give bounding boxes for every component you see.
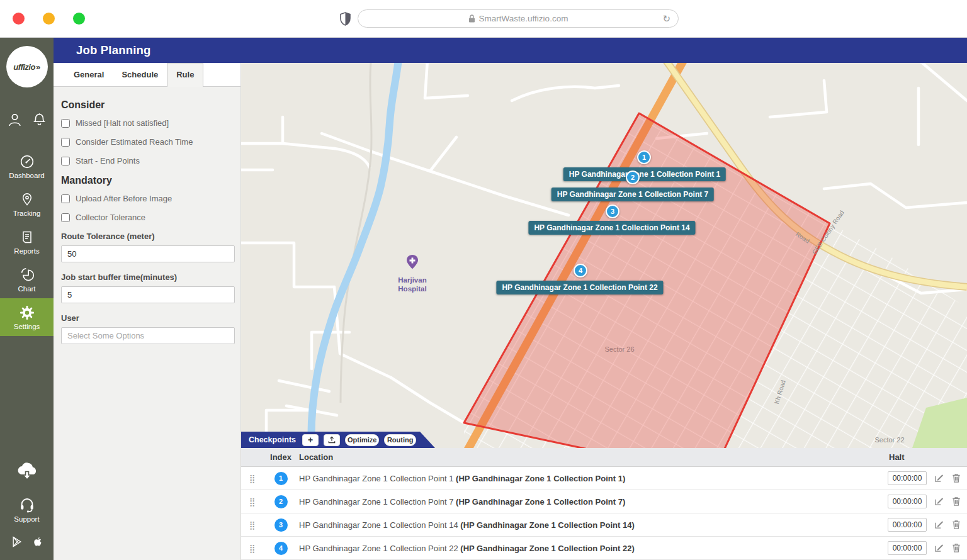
tab-general[interactable]: General xyxy=(65,64,113,86)
header-halt: Halt xyxy=(873,452,967,462)
sidebar-item-dashboard[interactable]: Dashboard xyxy=(0,147,54,185)
map-marker-label-1: HP Gandhinagar Zone 1 Collection Point 1 xyxy=(563,167,726,181)
drag-handle-icon[interactable]: ⣿ xyxy=(241,474,263,483)
estimated-reach-time-checkbox[interactable] xyxy=(61,138,70,147)
notification-bell-icon[interactable] xyxy=(31,111,47,128)
table-row: ⣿ 2 HP Gandhinagar Zone 1 Collection Poi… xyxy=(241,490,967,513)
job-buffer-input[interactable] xyxy=(61,286,235,303)
map-marker-label-2: HP Gandhinagar Zone 1 Collection Point 7 xyxy=(551,188,714,201)
upload-icon xyxy=(328,436,336,444)
map-basemap xyxy=(241,63,967,448)
route-tolerance-input[interactable] xyxy=(61,245,235,262)
map-marker-label-3: HP Gandhinagar Zone 1 Collection Point 1… xyxy=(528,221,695,235)
map-marker-label-4: HP Gandhinagar Zone 1 Collection Point 2… xyxy=(496,281,663,294)
delete-icon[interactable] xyxy=(952,473,962,483)
map[interactable]: Road GEB Colony Road Kh Road Sector 26 S… xyxy=(241,63,967,448)
checkpoints-title: Checkpoints xyxy=(249,435,296,444)
user-account-icon[interactable] xyxy=(6,111,23,128)
job-planning-panel: General Schedule Rule Consider Missed [H… xyxy=(54,63,241,560)
sidebar-item-tracking[interactable]: Tracking xyxy=(0,185,54,223)
drag-handle-icon[interactable]: ⣿ xyxy=(241,497,263,507)
page-title: Job Planning xyxy=(76,43,151,57)
option-missed-halt: Missed [Halt not satisfied] xyxy=(61,118,233,128)
start-end-points-checkbox[interactable] xyxy=(61,157,70,165)
cloud-download-icon[interactable] xyxy=(14,461,40,482)
option-estimated-reach-time: Consider Estimated Reach Time xyxy=(61,137,233,147)
missed-halt-checkbox[interactable] xyxy=(61,119,70,128)
job-buffer-label: Job start buffer time(minutes) xyxy=(61,272,233,282)
tracking-protection-shield-icon[interactable] xyxy=(340,12,351,26)
consider-heading: Consider xyxy=(61,99,233,111)
map-marker-4[interactable]: 4 xyxy=(574,264,587,277)
google-play-icon[interactable] xyxy=(11,535,23,549)
sidebar-item-reports[interactable]: Reports xyxy=(0,223,54,260)
row-index-badge: 3 xyxy=(274,518,288,532)
checkpoints-toolbar: Checkpoints + Optimize Routing xyxy=(241,432,435,448)
option-upload-after-before: Upload After Before Image xyxy=(61,194,233,203)
drag-handle-icon[interactable]: ⣿ xyxy=(241,544,263,553)
url-text: SmartWaste.uffizio.com xyxy=(479,14,568,23)
option-start-end-points: Start - End Points xyxy=(61,156,233,165)
uffizio-logo: uffizio xyxy=(6,46,48,87)
user-label: User xyxy=(61,313,233,323)
user-select[interactable] xyxy=(61,327,235,344)
upload-after-before-checkbox[interactable] xyxy=(61,194,70,203)
minimize-window-button[interactable] xyxy=(43,13,55,25)
row-index-badge: 1 xyxy=(274,472,288,485)
edit-icon[interactable] xyxy=(934,473,944,483)
routing-button[interactable]: Routing xyxy=(384,434,416,446)
row-index-badge: 2 xyxy=(274,495,288,508)
edit-icon[interactable] xyxy=(934,520,944,530)
sidebar: uffizio Dashboard Tracking Reports Chart xyxy=(0,38,54,560)
header-location: Location xyxy=(299,452,873,462)
table-row: ⣿ 3 HP Gandhinagar Zone 1 Collection Poi… xyxy=(241,513,967,537)
browser-chrome: SmartWaste.uffizio.com ↻ xyxy=(0,0,967,38)
sidebar-item-support[interactable]: Support xyxy=(0,496,54,529)
tab-schedule[interactable]: Schedule xyxy=(113,64,167,86)
close-window-button[interactable] xyxy=(13,13,25,25)
tab-rule[interactable]: Rule xyxy=(167,63,203,87)
route-tolerance-label: Route Tolerance (meter) xyxy=(61,232,233,241)
table-row: ⣿ 1 HP Gandhinagar Zone 1 Collection Poi… xyxy=(241,467,967,490)
tab-bar: General Schedule Rule xyxy=(54,63,240,87)
halt-time-input[interactable] xyxy=(888,471,927,485)
drag-handle-icon[interactable]: ⣿ xyxy=(241,520,263,530)
halt-time-input[interactable] xyxy=(888,541,927,555)
upload-checkpoints-button[interactable] xyxy=(324,434,340,446)
delete-icon[interactable] xyxy=(952,520,962,530)
sidebar-item-chart[interactable]: Chart xyxy=(0,260,54,298)
halt-time-input[interactable] xyxy=(888,518,927,532)
option-collector-tolerance: Collector Tolerance xyxy=(61,213,233,222)
checkpoints-table: Index Location Halt ⣿ 1 HP Gandhinagar Z… xyxy=(241,448,967,560)
address-bar[interactable]: SmartWaste.uffizio.com ↻ xyxy=(358,9,679,28)
row-location: HP Gandhinagar Zone 1 Collection Point 7… xyxy=(299,497,873,507)
row-location: HP Gandhinagar Zone 1 Collection Point 1… xyxy=(299,474,873,483)
lock-icon xyxy=(468,14,475,23)
sidebar-item-settings[interactable]: Settings xyxy=(0,298,54,336)
row-index-badge: 4 xyxy=(274,542,288,555)
add-checkpoint-button[interactable]: + xyxy=(302,434,319,446)
map-marker-1[interactable]: 1 xyxy=(637,150,651,164)
row-location: HP Gandhinagar Zone 1 Collection Point 2… xyxy=(299,544,873,553)
edit-icon[interactable] xyxy=(934,543,944,553)
app-header: Job Planning xyxy=(54,38,967,63)
collector-tolerance-checkbox[interactable] xyxy=(61,213,70,222)
map-marker-2[interactable]: 2 xyxy=(626,171,640,184)
hospital-pin-icon xyxy=(405,254,420,273)
optimize-button[interactable]: Optimize xyxy=(345,434,379,446)
table-row: ⣿ 4 HP Gandhinagar Zone 1 Collection Poi… xyxy=(241,537,967,560)
mandatory-heading: Mandatory xyxy=(61,175,233,186)
halt-time-input[interactable] xyxy=(888,495,927,508)
edit-icon[interactable] xyxy=(934,496,944,507)
reload-icon[interactable]: ↻ xyxy=(662,13,670,25)
table-header: Index Location Halt xyxy=(241,448,967,467)
map-marker-3[interactable]: 3 xyxy=(606,204,619,218)
row-location: HP Gandhinagar Zone 1 Collection Point 1… xyxy=(299,520,873,530)
maximize-window-button[interactable] xyxy=(73,13,85,25)
delete-icon[interactable] xyxy=(952,496,962,507)
header-index: Index xyxy=(263,452,299,462)
apple-icon[interactable] xyxy=(31,535,43,549)
delete-icon[interactable] xyxy=(952,543,962,553)
